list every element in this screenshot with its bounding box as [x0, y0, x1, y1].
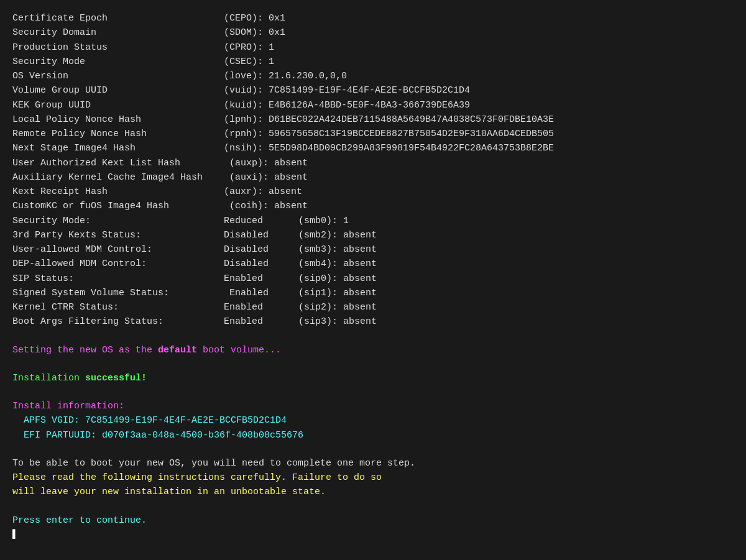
value-production-status: (CPRO): 1 [224, 40, 734, 55]
label-sip1: Signed System Volume Status: [12, 286, 224, 300]
gap2 [12, 357, 734, 371]
apfs-value: 7C851499-E19F-4E4F-AE2E-BCCFB5D2C1D4 [85, 413, 287, 428]
value-user-kext: (auxp): absent [224, 156, 734, 170]
press-enter-line: Press enter to continue. [12, 513, 734, 528]
install-info-label: Install information: [12, 399, 124, 413]
boot-msg-bold: default [158, 343, 197, 357]
label-smb3: User-allowed MDM Control: [12, 242, 224, 257]
label-security-mode: Security Mode [12, 55, 224, 69]
value-sip1: (sip1): absent [298, 286, 734, 300]
apfs-indent [12, 413, 24, 428]
table-row: Security Mode: Reduced (smb0): 1 [12, 214, 734, 228]
warning-line1: To be able to boot your new OS, you will… [12, 456, 734, 470]
value-kek-group-uuid: (kuid): E4B6126A-4BBD-5E0F-4BA3-366739DE… [224, 98, 734, 112]
label-local-policy: Local Policy Nonce Hash [12, 112, 224, 127]
status-sip0: Enabled [224, 272, 298, 286]
table-row: User-allowed MDM Control: Disabled (smb3… [12, 242, 734, 257]
press-enter-text: Press enter to continue. [12, 513, 147, 528]
status-smb4: Disabled [224, 257, 298, 271]
label-sip2: Kernel CTRR Status: [12, 300, 224, 314]
boot-msg-part2: boot volume... [197, 343, 281, 357]
status-smb2: Disabled [224, 228, 298, 242]
info-section: Certificate Epoch (CEPO): 0x1 Security D… [12, 11, 734, 214]
label-smb0: Security Mode: [12, 214, 224, 228]
label-security-domain: Security Domain [12, 25, 224, 40]
status-smb3: Disabled [224, 242, 298, 257]
value-next-stage: (nsih): 5E5D98D4BD09CB299A83F99819F54B49… [224, 141, 734, 155]
gap5 [12, 500, 734, 513]
table-row: Boot Args Filtering Status: Enabled (sip… [12, 314, 734, 329]
table-row: Remote Policy Nonce Hash (rpnh): 5965756… [12, 127, 734, 141]
value-smb2: (smb2): absent [298, 228, 734, 242]
table-row: SIP Status: Enabled (sip0): absent [12, 272, 734, 286]
value-aux-kernel: (auxi): absent [224, 170, 734, 185]
label-kext-receipt: Kext Receipt Hash [12, 185, 224, 199]
warning-text1: To be able to boot your new OS, you will… [12, 456, 415, 470]
efi-indent [12, 428, 24, 443]
label-cert-epoch: Certificate Epoch [12, 11, 224, 25]
table-row: Auxiliary Kernel Cache Image4 Hash (auxi… [12, 170, 734, 185]
table-row: Security Mode (CSEC): 1 [12, 55, 734, 69]
status-sip1: Enabled [224, 286, 298, 300]
table-row: Local Policy Nonce Hash (lpnh): D61BEC02… [12, 112, 734, 127]
table-row: Production Status (CPRO): 1 [12, 40, 734, 55]
label-volume-group-uuid: Volume Group UUID [12, 83, 224, 98]
table-row: Kernel CTRR Status: Enabled (sip2): abse… [12, 300, 734, 314]
value-cert-epoch: (CEPO): 0x1 [224, 11, 734, 25]
status-sip3: Enabled [224, 314, 298, 329]
label-smb4: DEP-allowed MDM Control: [12, 257, 224, 271]
table-row: User Authorized Kext List Hash (auxp): a… [12, 156, 734, 170]
value-security-domain: (SDOM): 0x1 [224, 25, 734, 40]
table-row: DEP-allowed MDM Control: Disabled (smb4)… [12, 257, 734, 271]
warning-line3: will leave your new installation in an u… [12, 485, 734, 499]
default-boot-line: Setting the new OS as the default boot v… [12, 343, 734, 357]
warning-line2: Please read the following instructions c… [12, 470, 734, 485]
install-success-part1: Installation [12, 371, 85, 385]
efi-value: d070f3aa-048a-4500-b36f-408b08c55676 [102, 428, 303, 443]
table-row: Certificate Epoch (CEPO): 0x1 [12, 11, 734, 25]
label-user-kext: User Authorized Kext List Hash [12, 156, 224, 170]
value-security-mode: (CSEC): 1 [224, 55, 734, 69]
gap3 [12, 385, 734, 399]
label-production-status: Production Status [12, 40, 224, 55]
value-os-version: (love): 21.6.230.0,0,0 [224, 69, 734, 83]
install-info-line: Install information: [12, 399, 734, 413]
label-next-stage: Next Stage Image4 Hash [12, 141, 224, 155]
install-success-line: Installation successful! [12, 371, 734, 385]
label-kek-group-uuid: KEK Group UUID [12, 98, 224, 112]
value-smb4: (smb4): absent [298, 257, 734, 271]
cursor: ▌ [12, 528, 18, 542]
table-row: Security Domain (SDOM): 0x1 [12, 25, 734, 40]
value-custom-kc: (coih): absent [224, 199, 734, 213]
table-row: Kext Receipt Hash (auxr): absent [12, 185, 734, 199]
smb-section: Security Mode: Reduced (smb0): 1 3rd Par… [12, 214, 734, 329]
label-sip3: Boot Args Filtering Status: [12, 314, 224, 329]
table-row: Volume Group UUID (vuid): 7C851499-E19F-… [12, 83, 734, 98]
value-sip3: (sip3): absent [298, 314, 734, 329]
value-kext-receipt: (auxr): absent [224, 185, 734, 199]
gap4 [12, 443, 734, 456]
label-sip0: SIP Status: [12, 272, 224, 286]
value-volume-group-uuid: (vuid): 7C851499-E19F-4E4F-AE2E-BCCFB5D2… [224, 83, 734, 98]
table-row: OS Version (love): 21.6.230.0,0,0 [12, 69, 734, 83]
value-sip0: (sip0): absent [298, 272, 734, 286]
label-remote-policy: Remote Policy Nonce Hash [12, 127, 224, 141]
table-row: KEK Group UUID (kuid): E4B6126A-4BBD-5E0… [12, 98, 734, 112]
label-smb2: 3rd Party Kexts Status: [12, 228, 224, 242]
status-sip2: Enabled [224, 300, 298, 314]
efi-line: EFI PARTUUID: d070f3aa-048a-4500-b36f-40… [12, 428, 734, 443]
table-row: CustomKC or fuOS Image4 Hash (coih): abs… [12, 199, 734, 213]
value-smb0: (smb0): 1 [298, 214, 734, 228]
warning-text3: will leave your new installation in an u… [12, 485, 326, 499]
apfs-label: APFS VGID: [24, 413, 85, 428]
status-smb0: Reduced [224, 214, 298, 228]
value-sip2: (sip2): absent [298, 300, 734, 314]
value-smb3: (smb3): absent [298, 242, 734, 257]
apfs-line: APFS VGID: 7C851499-E19F-4E4F-AE2E-BCCFB… [12, 413, 734, 428]
label-os-version: OS Version [12, 69, 224, 83]
value-remote-policy: (rpnh): 596575658C13F19BCCEDE8827B75054D… [224, 127, 734, 141]
value-local-policy: (lpnh): D61BEC022A424DEB7115488A5649B47A… [224, 112, 734, 127]
gap1 [12, 329, 734, 343]
table-row: Signed System Volume Status: Enabled (si… [12, 286, 734, 300]
terminal: Certificate Epoch (CEPO): 0x1 Security D… [12, 11, 734, 542]
